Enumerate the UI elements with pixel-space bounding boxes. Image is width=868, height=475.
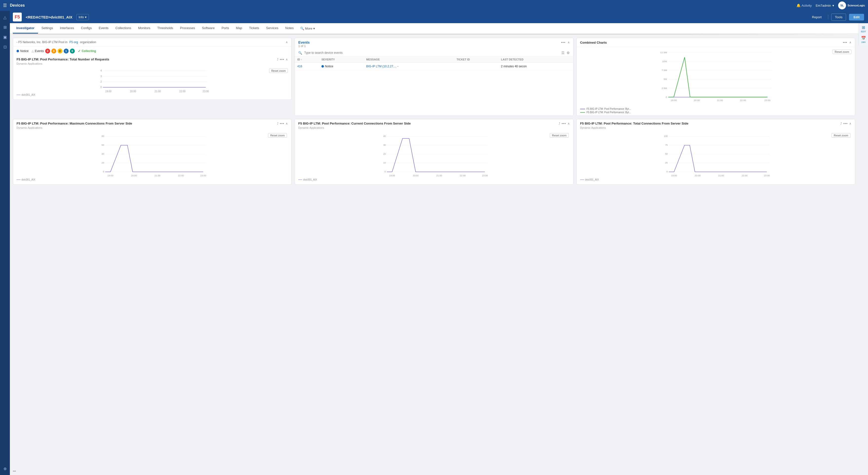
more-label: More xyxy=(305,27,313,30)
events-triangle-icon: △ xyxy=(32,49,34,53)
hamburger-menu[interactable]: ☰ xyxy=(3,3,7,8)
org-link[interactable]: F5 org xyxy=(69,40,78,44)
svg-text:2.5M: 2.5M xyxy=(661,87,667,90)
tools-button[interactable]: Tools xyxy=(831,13,846,21)
svg-text:19:00: 19:00 xyxy=(671,99,677,102)
edit-button[interactable]: Edit xyxy=(849,14,864,21)
chart3-collapse-icon[interactable]: ∧ xyxy=(567,122,570,125)
chart3-header: F5 BIG-IP LTM: Pool Performance: Current… xyxy=(295,119,573,132)
svg-text:23:00: 23:00 xyxy=(764,174,770,177)
sciencelogic-logo: SL ScienceLogic xyxy=(838,1,865,9)
activity-link[interactable]: 🔔 Activity xyxy=(797,3,812,7)
tab-events[interactable]: Events xyxy=(95,23,112,34)
svg-text:7.5M: 7.5M xyxy=(661,69,667,71)
combined-more-icon[interactable]: ••• xyxy=(843,40,847,44)
chart4-trend-icon[interactable]: ⤴ xyxy=(840,122,842,125)
tab-more[interactable]: 🔍 More ▾ xyxy=(298,24,317,33)
time-panel-btn[interactable]: 📅 24H xyxy=(861,36,866,43)
settings-gear-icon[interactable]: ⚙ xyxy=(566,51,570,55)
main-content: - F5 Networks, Inc. BIG-IP LTM Pool in F… xyxy=(10,35,858,188)
sidebar-item-briefcase[interactable]: ⊡ xyxy=(0,42,9,51)
svg-text:60: 60 xyxy=(101,143,104,146)
edit-panel-btn[interactable]: ⊞ EDIT xyxy=(861,25,866,33)
tab-notes[interactable]: Notes xyxy=(282,23,297,34)
tab-services[interactable]: Services xyxy=(263,23,282,34)
combined-reset-zoom-btn[interactable]: Reset zoom xyxy=(832,49,851,54)
chart2-area: Reset zoom 80 60 40 20 0 19:00 20:00 21:… xyxy=(13,132,291,184)
notice-label: Notice xyxy=(20,49,29,53)
chart4-more-icon[interactable]: ••• xyxy=(843,122,848,126)
svg-text:25: 25 xyxy=(665,161,668,164)
collapse-icon[interactable]: ∧ xyxy=(286,58,288,61)
svg-text:20:00: 20:00 xyxy=(130,90,136,93)
svg-text:20:00: 20:00 xyxy=(694,99,700,102)
status-card: - F5 Networks, Inc. BIG-IP LTM Pool in F… xyxy=(13,38,291,100)
svg-text:0: 0 xyxy=(666,170,668,173)
info-dropdown[interactable]: Info ▾ xyxy=(76,14,89,20)
events-collapse-icon[interactable]: ∧ xyxy=(567,41,570,44)
trend-icon[interactable]: ⤴ xyxy=(277,58,278,61)
user-caret-icon: ▾ xyxy=(832,4,834,7)
tab-tickets[interactable]: Tickets xyxy=(246,23,263,34)
event-count-minor: 0 xyxy=(58,48,62,54)
chart2-title: F5 BIG-IP LTM: Pool Performance: Maximum… xyxy=(17,122,277,125)
report-button[interactable]: Report xyxy=(808,14,825,21)
logo-text: ScienceLogic xyxy=(847,4,865,7)
event-message-link[interactable]: BIG-IP LTM (10.2.27.... - xyxy=(366,65,398,68)
filter-icon[interactable]: ☰ xyxy=(561,51,565,55)
chart3-more-icon[interactable]: ••• xyxy=(562,122,566,126)
user-menu[interactable]: Em7admin ▾ xyxy=(816,4,834,7)
chart4-collapse-icon[interactable]: ∧ xyxy=(849,122,851,125)
tab-interfaces[interactable]: Interfaces xyxy=(57,23,78,34)
legend-label-1: F5 BIG-IP LTM: Pool Performance: Byt... xyxy=(587,107,631,110)
tab-configs[interactable]: Configs xyxy=(78,23,95,34)
chart2-trend-icon[interactable]: ⤴ xyxy=(277,122,278,125)
chart3-reset-zoom-btn[interactable]: Reset zoom xyxy=(550,133,569,138)
sidebar-item-alert[interactable]: △ xyxy=(0,13,9,22)
chart2-collapse-icon[interactable]: ∧ xyxy=(286,122,288,125)
svg-text:22:00: 22:00 xyxy=(742,174,747,177)
chart3-trend-icon[interactable]: ⤴ xyxy=(559,122,560,125)
tab-processes[interactable]: Processes xyxy=(177,23,198,34)
events-more-icon[interactable]: ••• xyxy=(561,40,566,44)
collecting-label: Collecting xyxy=(82,49,96,53)
events-table: ID ↑ SEVERITY MESSAGE TICKET ID LAST DET… xyxy=(295,57,573,70)
event-id-link[interactable]: 416 xyxy=(297,65,302,68)
search-icon: 🔍 xyxy=(300,27,304,30)
device-icon-text: F5 xyxy=(14,14,20,20)
badges-row: Notice △ Events 0 0 0 1 0 ✓ Collecting xyxy=(13,46,291,56)
chart2-reset-zoom-btn[interactable]: Reset zoom xyxy=(268,133,287,138)
bottom-charts-row: F5 BIG-IP LTM: Pool Performance: Maximum… xyxy=(13,119,855,185)
col-ticket: TICKET ID xyxy=(454,57,498,63)
chart4-reset-zoom-btn[interactable]: Reset zoom xyxy=(832,133,850,138)
tab-monitors[interactable]: Monitors xyxy=(134,23,154,34)
separator xyxy=(828,14,828,20)
svg-text:19:00: 19:00 xyxy=(389,174,395,177)
tab-investigator[interactable]: Investigator xyxy=(13,23,38,34)
tab-ports[interactable]: Ports xyxy=(218,23,232,34)
device-icon: F5 xyxy=(13,12,22,22)
sidebar: △ ⊞ ▣ ⊡ ⊕ xyxy=(0,11,10,188)
svg-text:3: 3 xyxy=(100,75,102,78)
tab-map[interactable]: Map xyxy=(232,23,246,34)
tab-settings[interactable]: Settings xyxy=(38,23,57,34)
tab-thresholds[interactable]: Thresholds xyxy=(154,23,177,34)
more-dots-icon[interactable]: ••• xyxy=(280,58,284,61)
sidebar-item-grid[interactable]: ⊞ xyxy=(0,23,9,32)
combined-collapse-icon[interactable]: ∧ xyxy=(849,41,851,44)
event-count-info: 0 xyxy=(70,48,75,54)
sidebar-item-monitor[interactable]: ▣ xyxy=(0,33,9,41)
chart2-more-icon[interactable]: ••• xyxy=(280,122,284,126)
tab-collections[interactable]: Collections xyxy=(112,23,135,34)
events-search-input[interactable] xyxy=(304,51,559,55)
edit-grid-icon: ⊞ xyxy=(862,25,865,30)
chart4-area: Reset zoom 100 75 50 25 0 19:00 20:00 21… xyxy=(577,132,855,184)
svg-text:30: 30 xyxy=(383,143,386,146)
reset-zoom-btn-1[interactable]: Reset zoom xyxy=(269,69,288,73)
svg-text:20: 20 xyxy=(383,152,386,155)
expand-icon[interactable]: ∧ xyxy=(286,40,288,44)
tab-software[interactable]: Software xyxy=(198,23,218,34)
activity-label: Activity xyxy=(802,4,812,7)
chart3-legend: dvic001_AIX xyxy=(298,178,569,181)
logo-circle: SL xyxy=(838,1,846,9)
